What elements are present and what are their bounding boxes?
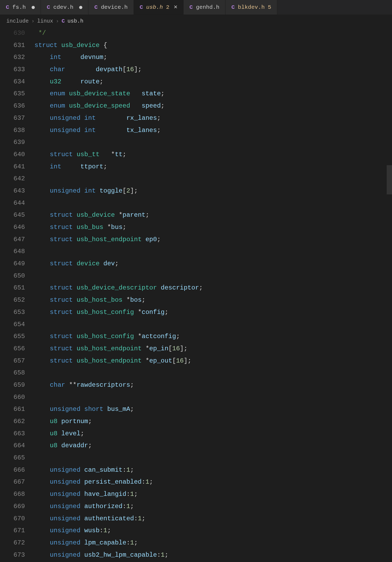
- code-line[interactable]: unsigned usb2_hw_lpm_capable:1;: [35, 549, 392, 561]
- c-file-icon: C: [6, 4, 9, 10]
- code-line[interactable]: struct usb_tt *tt;: [35, 148, 392, 161]
- line-number: 664: [0, 440, 25, 452]
- code-line[interactable]: unsigned short bus_mA;: [35, 403, 392, 415]
- code-editor[interactable]: 6306316326336346356366376386396406416426…: [0, 27, 392, 562]
- code-line[interactable]: [35, 318, 392, 331]
- code-line[interactable]: unsigned int toggle[2];: [35, 185, 392, 197]
- line-number: 673: [0, 549, 25, 561]
- code-line[interactable]: [35, 270, 392, 282]
- tab-label: genhd.h: [196, 4, 219, 10]
- line-number: 662: [0, 415, 25, 428]
- tab-usb-h[interactable]: Cusb.h2×: [134, 0, 184, 15]
- code-line[interactable]: u8 devaddr;: [35, 440, 392, 452]
- line-number: 638: [0, 124, 25, 137]
- tab-genhd-h[interactable]: Cgenhd.h: [184, 0, 225, 15]
- line-number: 633: [0, 63, 25, 76]
- code-line[interactable]: unsigned lpm_capable:1;: [35, 537, 392, 549]
- code-line[interactable]: unsigned have_langid:1;: [35, 488, 392, 500]
- code-line[interactable]: unsigned int rx_lanes;: [35, 112, 392, 124]
- code-line[interactable]: struct usb_device {: [35, 39, 392, 52]
- code-line[interactable]: u8 portnum;: [35, 415, 392, 428]
- code-line[interactable]: [35, 173, 392, 185]
- line-number: 640: [0, 148, 25, 161]
- code-line[interactable]: struct usb_host_bos *bos;: [35, 294, 392, 306]
- code-line[interactable]: struct usb_bus *bus;: [35, 221, 392, 233]
- line-number-gutter: 6306316326336346356366376386396406416426…: [0, 27, 35, 562]
- modified-dot-icon: [79, 6, 82, 9]
- line-number: 666: [0, 464, 25, 476]
- code-line[interactable]: u32 route;: [35, 76, 392, 88]
- line-number: 637: [0, 112, 25, 124]
- breadcrumb[interactable]: include › linux › C usb.h: [0, 15, 392, 27]
- line-number: 648: [0, 245, 25, 258]
- code-line[interactable]: u8 level;: [35, 428, 392, 440]
- line-number: 630: [0, 27, 25, 39]
- line-number: 645: [0, 209, 25, 221]
- code-area[interactable]: */struct usb_device { int devnum; char d…: [35, 27, 392, 562]
- line-number: 631: [0, 39, 25, 52]
- code-line[interactable]: int devnum;: [35, 51, 392, 63]
- line-number: 634: [0, 76, 25, 88]
- code-line[interactable]: [35, 245, 392, 258]
- code-line[interactable]: unsigned can_submit:1;: [35, 464, 392, 476]
- tab-problem-count: 2: [166, 4, 169, 10]
- c-file-icon: C: [140, 4, 143, 10]
- line-number: 636: [0, 100, 25, 112]
- code-line[interactable]: char **rawdescriptors;: [35, 379, 392, 391]
- code-line[interactable]: unsigned authorized:1;: [35, 500, 392, 513]
- code-line[interactable]: */: [35, 27, 392, 39]
- breadcrumb-segment[interactable]: include: [6, 18, 29, 24]
- modified-dot-icon: [32, 6, 35, 9]
- line-number: 652: [0, 294, 25, 306]
- line-number: 668: [0, 488, 25, 500]
- code-line[interactable]: [35, 452, 392, 464]
- code-line[interactable]: [35, 367, 392, 379]
- tab-cdev-h[interactable]: Ccdev.h: [41, 0, 88, 15]
- tab-blkdev-h[interactable]: Cblkdev.h5: [225, 0, 277, 15]
- line-number: 669: [0, 500, 25, 513]
- line-number: 650: [0, 270, 25, 282]
- c-file-icon: C: [231, 4, 235, 10]
- line-number: 671: [0, 525, 25, 537]
- tab-device-h[interactable]: Cdevice.h: [88, 0, 134, 15]
- code-line[interactable]: [35, 136, 392, 148]
- code-line[interactable]: [35, 391, 392, 403]
- code-line[interactable]: char devpath[16];: [35, 63, 392, 76]
- tab-label: usb.h: [146, 4, 163, 10]
- code-line[interactable]: struct device dev;: [35, 258, 392, 270]
- tab-problem-count: 5: [268, 4, 271, 10]
- code-line[interactable]: [35, 197, 392, 209]
- code-line[interactable]: struct usb_device *parent;: [35, 209, 392, 221]
- line-number: 665: [0, 452, 25, 464]
- code-line[interactable]: struct usb_device_descriptor descriptor;: [35, 282, 392, 294]
- code-line[interactable]: struct usb_host_config *actconfig;: [35, 330, 392, 343]
- tab-label: device.h: [101, 4, 128, 10]
- line-number: 659: [0, 379, 25, 391]
- code-line[interactable]: unsigned authenticated:1;: [35, 513, 392, 525]
- line-number: 657: [0, 355, 25, 367]
- code-line[interactable]: struct usb_host_endpoint *ep_in[16];: [35, 343, 392, 355]
- code-line[interactable]: unsigned wusb:1;: [35, 525, 392, 537]
- c-file-icon: C: [189, 4, 193, 10]
- vertical-scrollbar[interactable]: [387, 27, 392, 562]
- scrollbar-thumb[interactable]: [387, 165, 392, 194]
- tab-fs-h[interactable]: Cfs.h: [0, 0, 41, 15]
- close-icon[interactable]: ×: [174, 4, 177, 11]
- c-file-icon: C: [62, 18, 65, 24]
- line-number: 643: [0, 185, 25, 197]
- code-line[interactable]: unsigned int tx_lanes;: [35, 124, 392, 137]
- line-number: 641: [0, 161, 25, 173]
- code-line[interactable]: enum usb_device_state state;: [35, 88, 392, 100]
- chevron-right-icon: ›: [56, 18, 59, 24]
- code-line[interactable]: unsigned persist_enabled:1;: [35, 476, 392, 488]
- code-line[interactable]: struct usb_host_endpoint *ep_out[16];: [35, 355, 392, 367]
- breadcrumb-file[interactable]: usb.h: [67, 18, 83, 24]
- line-number: 653: [0, 306, 25, 318]
- code-line[interactable]: int ttport;: [35, 161, 392, 173]
- code-line[interactable]: struct usb_host_endpoint ep0;: [35, 233, 392, 246]
- line-number: 670: [0, 513, 25, 525]
- breadcrumb-segment[interactable]: linux: [37, 18, 53, 24]
- code-line[interactable]: enum usb_device_speed speed;: [35, 100, 392, 112]
- tab-label: blkdev.h: [238, 4, 265, 10]
- code-line[interactable]: struct usb_host_config *config;: [35, 306, 392, 318]
